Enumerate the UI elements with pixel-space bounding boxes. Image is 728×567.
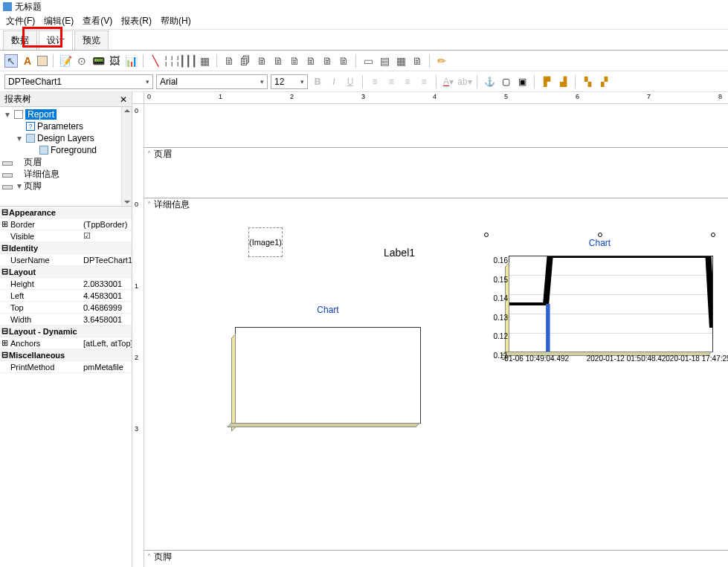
dbrich-tool[interactable]: 🗎 — [255, 54, 268, 68]
align-right-button[interactable]: ≡ — [401, 75, 414, 88]
region-tool[interactable]: ▭ — [361, 54, 375, 68]
italic-button[interactable]: I — [327, 75, 341, 88]
menu-view[interactable]: 查看(V) — [83, 15, 112, 27]
report-tree[interactable]: ▾Report ?Parameters ▾Design Layers Foreg… — [0, 107, 132, 207]
horizontal-ruler: 0 1 2 3 4 5 6 7 8 — [144, 92, 728, 104]
chart2-element[interactable]: Chart 0.16 0.15 0.14 0.13 0.12 0.11 — [486, 235, 713, 383]
border-button[interactable]: ▢ — [499, 75, 512, 88]
tree-footer-band[interactable]: 页脚 — [24, 180, 42, 192]
menu-edit[interactable]: 编辑(E) — [44, 15, 74, 27]
fontsize-selector[interactable]: 12 — [271, 74, 308, 89]
sysvar-tool[interactable]: ⊙ — [75, 54, 88, 68]
window-title: 无标题 — [15, 1, 42, 13]
format-toolbar: DPTeeChart1 Arial 12 B I U ≡ ≡ ≡ ≡ A▾ ab… — [0, 71, 728, 92]
group-button[interactable]: ▚ — [581, 75, 594, 88]
menu-file[interactable]: 文件(F) — [6, 15, 35, 27]
app-icon — [3, 2, 12, 11]
menubar: 文件(F) 编辑(E) 查看(V) 报表(R) 帮助(H) — [0, 13, 728, 30]
tree-detail-band[interactable]: 详细信息 — [24, 168, 59, 181]
band-footer-label[interactable]: 页脚 — [144, 551, 175, 563]
tree-report[interactable]: Report — [25, 109, 57, 120]
richtext-tool[interactable]: 📝 — [59, 54, 72, 68]
band-detail-label[interactable]: 详细信息 — [144, 198, 193, 211]
image-tool[interactable]: 🖼 — [108, 54, 121, 68]
align-justify-button[interactable]: ≡ — [417, 75, 431, 88]
tree-close-button[interactable]: ✕ — [120, 94, 127, 105]
vertical-ruler: 0 0 1 2 3 — [132, 104, 144, 567]
align-center-button[interactable]: ≡ — [384, 75, 398, 88]
object-selector[interactable]: DPTeeChart1 — [4, 74, 153, 89]
bring-front-button[interactable]: ▛ — [540, 75, 553, 88]
barcode-tool[interactable]: ╎╎╎ — [165, 54, 178, 68]
brush-tool[interactable]: ✏ — [435, 54, 448, 68]
titlebar: 无标题 — [0, 0, 728, 13]
memo-tool[interactable] — [37, 56, 48, 66]
chart-tool[interactable]: 📊 — [124, 54, 138, 68]
dbcalc-tool[interactable]: 🗎 — [271, 54, 285, 68]
fontcolor-button[interactable]: A▾ — [442, 75, 455, 88]
design-canvas-wrap: 0 1 2 3 4 5 6 7 8 0 0 1 2 3 — [132, 92, 728, 567]
tab-preview[interactable]: 预览 — [74, 30, 109, 50]
dbmemo-tool[interactable]: 🗐 — [239, 54, 252, 68]
subreport-tool[interactable]: ▤ — [378, 54, 391, 68]
left-panel: 报表树 ✕ ▾Report ?Parameters ▾Design Layers… — [0, 92, 132, 567]
chart1-element[interactable]: Chart — [235, 327, 421, 424]
send-back-button[interactable]: ▟ — [556, 75, 570, 88]
highlight-button[interactable]: ab▾ — [458, 75, 471, 88]
bold-button[interactable]: B — [311, 75, 324, 88]
design-canvas[interactable]: 页眉 详细信息 (Image1) Label1 Chart — [144, 104, 728, 567]
dbchart-tool[interactable]: 🗎 — [304, 54, 318, 68]
fill-button[interactable]: ▣ — [515, 75, 529, 88]
tree-header-band[interactable]: 页眉 — [24, 156, 42, 169]
tab-data[interactable]: 数据 — [3, 30, 37, 50]
paintbox-tool[interactable]: 🗎 — [410, 54, 424, 68]
font-selector[interactable]: Arial — [156, 74, 268, 89]
tree-header: 报表树 ✕ — [0, 92, 132, 107]
view-tabs: 数据 设计 预览 — [0, 30, 728, 51]
selection-tool[interactable]: ↖ — [4, 54, 18, 68]
ruler-origin — [132, 92, 144, 104]
menu-report[interactable]: 报表(R) — [121, 15, 152, 27]
tree-title: 报表树 — [4, 93, 31, 106]
underline-button[interactable]: U — [344, 75, 357, 88]
tree-design-layers[interactable]: Design Layers — [37, 133, 94, 143]
component-toolbar: ↖ A 📝 ⊙ 📟 🖼 📊 ╲ ╎╎╎ ┃┃┃ ▦ 🗎 🗐 🗎 🗎 🗎 🗎 🗎 … — [0, 51, 728, 71]
tree-parameters[interactable]: Parameters — [37, 121, 83, 132]
dbimage-tool[interactable]: 🗎 — [288, 54, 301, 68]
menu-help[interactable]: 帮助(H) — [161, 15, 191, 27]
align-left-button[interactable]: ≡ — [368, 75, 381, 88]
tab-design[interactable]: 设计 — [39, 30, 73, 50]
property-grid[interactable]: ⊟Appearance ⊞Border(TppBorder) Visible☑ … — [0, 207, 132, 567]
ungroup-button[interactable]: ▞ — [597, 75, 611, 88]
anchor-button[interactable]: ⚓ — [483, 75, 496, 88]
line-tool[interactable]: ╲ — [149, 54, 162, 68]
dbbarcode-tool[interactable]: 🗎 — [320, 54, 334, 68]
dbbarcode2-tool[interactable]: 🗎 — [337, 54, 350, 68]
dbtext-tool[interactable]: 🗎 — [222, 54, 236, 68]
crosstab-tool[interactable]: ▦ — [394, 54, 408, 68]
label-element[interactable]: Label1 — [384, 247, 415, 259]
tree-foreground[interactable]: Foreground — [51, 145, 97, 155]
barcode2-tool[interactable]: ┃┃┃ — [181, 54, 195, 68]
qr-tool[interactable]: ▦ — [198, 54, 211, 68]
tree-scrollbar[interactable] — [121, 107, 132, 206]
image-element[interactable]: (Image1) — [248, 227, 283, 257]
label-tool[interactable]: A — [21, 54, 34, 68]
band-header-label[interactable]: 页眉 — [144, 148, 175, 161]
var-tool[interactable]: 📟 — [91, 54, 105, 68]
